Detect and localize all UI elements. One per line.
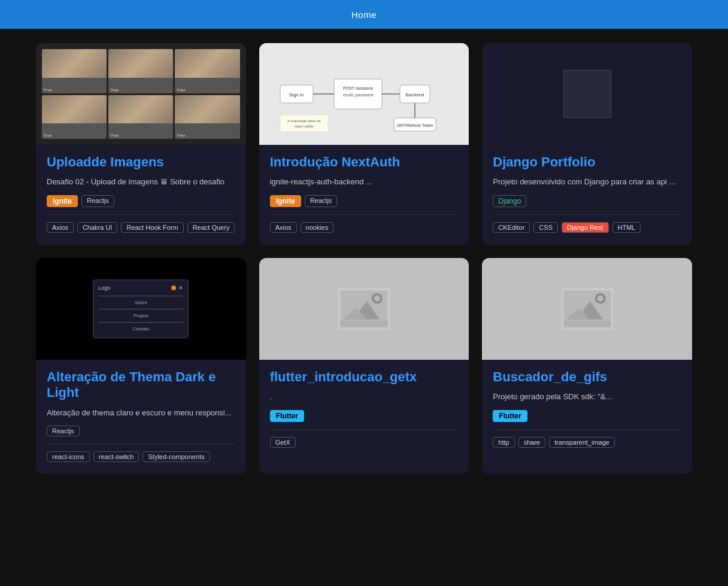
card-divider-5 <box>270 429 459 430</box>
card-thumb-6 <box>482 258 692 360</box>
tag-reactjs-4: Reactjs <box>47 426 80 436</box>
card-divider-6 <box>493 429 681 430</box>
card-django-portfolio[interactable]: Django Portfolio Projeto desenvolvido co… <box>482 43 692 245</box>
card-title-6: Buscador_de_gifs <box>493 369 681 385</box>
card-title-1: Uploadde Imagens <box>47 154 235 170</box>
tag-flutter-6: Flutter <box>493 410 527 422</box>
tag-flutter-5: Flutter <box>270 410 304 422</box>
card-desc-4: Alteração de thema claro e escuro e menu… <box>47 407 235 419</box>
tag-getx: GetX <box>270 437 296 448</box>
tag-django-rest: Django Rest <box>562 222 609 233</box>
card-tags-bottom-2: Axios nookies <box>270 222 459 233</box>
project-grid: Dogs Dogs Dogs Dogs Dogs Dogs Uploadde I… <box>0 43 728 498</box>
svg-text:A requisição deve ter: A requisição deve ter <box>287 119 321 123</box>
tag-reactjs-2: Reactjs <box>305 195 338 207</box>
tag-http: http <box>493 437 514 448</box>
tag-react-switch: react-switch <box>93 451 139 462</box>
svg-text:POST /sessions: POST /sessions <box>343 86 374 90</box>
card-desc-6: Projeto gerado pela SDK sdk: "&... <box>493 391 681 403</box>
tag-chakra-ui: Chakra UI <box>77 222 118 233</box>
card-introducao-nextauth[interactable]: Sign in POST /sessions email, password B… <box>259 43 469 245</box>
tag-css: CSS <box>533 222 558 233</box>
card-tags-top-6: Flutter <box>493 410 681 422</box>
navbar: Home <box>0 0 728 29</box>
svg-point-21 <box>374 295 381 302</box>
card-title-5: flutter_introducao_getx <box>270 369 459 385</box>
svg-point-28 <box>597 295 603 302</box>
tag-ignite-2: Ignite <box>270 195 301 207</box>
tag-nookies: nookies <box>301 222 334 233</box>
card-alteracao-thema[interactable]: Logo ✕ Sobre Projeto Contato Alteração <box>36 258 246 474</box>
svg-text:Sign in: Sign in <box>289 92 304 98</box>
card-tags-top-5: Flutter <box>270 410 459 422</box>
card-tags-top-2: Ignite Reactjs <box>270 195 459 207</box>
card-title-3: Django Portfolio <box>493 154 681 170</box>
tag-reactjs: Reactjs <box>81 195 114 207</box>
tag-ckeditor: CKEditor <box>493 222 530 233</box>
tag-styled-components: Styled-components <box>142 451 210 462</box>
tag-html: HTML <box>612 222 641 233</box>
card-divider-4 <box>47 444 235 444</box>
card-tags-top-4: Reactjs <box>47 426 235 436</box>
card-title-2: Introdução NextAuth <box>270 154 459 170</box>
card-thumb-3 <box>482 43 692 145</box>
card-thumb-5 <box>259 258 469 360</box>
tag-transparent-image: transparent_image <box>549 437 615 448</box>
tag-django: Django <box>493 195 526 207</box>
card-tags-bottom-4: react-icons react-switch Styled-componen… <box>47 451 235 462</box>
svg-rect-13 <box>280 115 328 132</box>
card-tags-top-1: Ignite Reactjs <box>47 195 235 207</box>
tag-react-icons: react-icons <box>47 451 90 462</box>
svg-text:Backend: Backend <box>405 92 424 98</box>
tag-share: share <box>518 437 546 448</box>
card-uploadde-imagens[interactable]: Dogs Dogs Dogs Dogs Dogs Dogs Uploadde I… <box>36 43 246 245</box>
nav-home-label[interactable]: Home <box>351 10 377 20</box>
card-thumb-4: Logo ✕ Sobre Projeto Contato <box>36 258 246 360</box>
card-thumb-1: Dogs Dogs Dogs Dogs Dogs Dogs <box>36 43 246 145</box>
tag-react-hook-form: React Hook Form <box>121 222 183 233</box>
tag-ignite: Ignite <box>47 195 78 207</box>
tag-axios-2: Axios <box>270 222 297 233</box>
card-desc-5: . <box>270 391 459 403</box>
card-desc-1: Desafio 02 - Upload de imagens 🖥 Sobre o… <box>47 176 235 188</box>
card-desc-2: ignite-reactjs-auth-backend ... <box>270 176 459 188</box>
svg-text:email, password: email, password <box>343 93 374 98</box>
svg-text:JWT/Refresh Token: JWT/Refresh Token <box>396 123 433 127</box>
card-divider-3 <box>493 214 681 215</box>
card-tags-bottom-5: GetX <box>270 437 459 448</box>
card-thumb-2: Sign in POST /sessions email, password B… <box>259 43 469 145</box>
card-desc-3: Projeto desenvolvido com Django para cri… <box>493 176 681 188</box>
card-tags-bottom-1: Axios Chakra UI React Hook Form React Qu… <box>47 222 235 233</box>
card-divider-1 <box>47 214 235 215</box>
svg-text:token válido: token válido <box>295 125 314 128</box>
tag-react-query: React Query <box>187 222 235 233</box>
tag-axios: Axios <box>47 222 74 233</box>
card-divider-2 <box>270 214 459 215</box>
card-flutter-introducao[interactable]: flutter_introducao_getx . Flutter GetX <box>259 258 469 474</box>
card-tags-top-3: Django <box>493 195 681 207</box>
svg-rect-29 <box>563 320 611 327</box>
card-tags-bottom-6: http share transparent_image <box>493 437 681 448</box>
card-tags-bottom-3: CKEditor CSS Django Rest HTML <box>493 222 681 233</box>
svg-rect-22 <box>341 320 388 327</box>
card-buscador-gifs[interactable]: Buscador_de_gifs Projeto gerado pela SDK… <box>482 258 692 474</box>
card-title-4: Alteração de Thema Dark e Light <box>47 369 235 401</box>
